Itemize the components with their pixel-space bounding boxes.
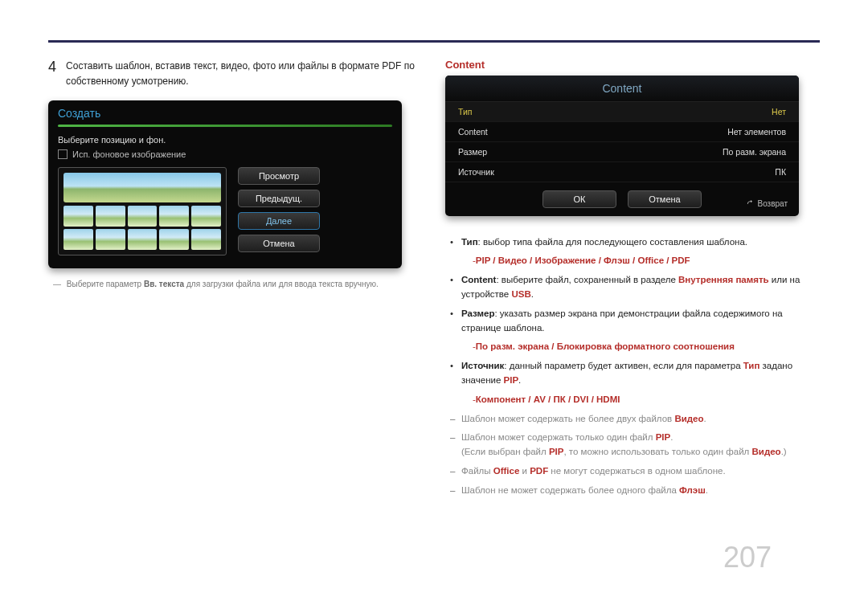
list-sub: PIP / Видео / Изображение / Флэш / Offic… [450, 254, 820, 268]
checkbox-box-icon [58, 149, 68, 159]
content-dialog: Content Тип Нет Content Нет элементов Ра… [445, 76, 799, 216]
list-note: Шаблон может содержать не более двух фай… [450, 412, 817, 427]
footnote-post: для загрузки файла или для ввода текста … [184, 280, 379, 288]
menu-value: По разм. экрана [723, 147, 786, 157]
list-item: Content: выберите файл, сохраненный в ра… [450, 273, 820, 302]
content-heading: Content [445, 59, 820, 71]
preview-thumb[interactable] [159, 206, 189, 227]
footnote-pre: Выберите параметр [67, 280, 144, 288]
list-item: Тип: выбор типа файла для последующего с… [450, 235, 820, 250]
footnote: ― Выберите параметр Вв. текста для загру… [53, 280, 423, 288]
right-column: Content Content Тип Нет Content Нет элем… [445, 59, 820, 507]
panel-title: Создать [48, 100, 402, 125]
ok-button[interactable]: ОК [542, 190, 616, 208]
list-note: Шаблон может содержать только один файл … [450, 431, 817, 460]
page-top-rule [48, 40, 820, 43]
menu-value: ПК [775, 167, 786, 177]
menu-label: Content [458, 127, 488, 137]
next-button[interactable]: Далее [238, 212, 320, 230]
step-text: Составить шаблон, вставив текст, видео, … [66, 59, 423, 89]
list-sub: Компонент / AV / ПК / DVI / HDMI [450, 393, 820, 407]
preview-thumb[interactable] [191, 206, 221, 227]
menu-label: Тип [458, 107, 473, 116]
checkbox-label: Исп. фоновое изображение [72, 149, 186, 159]
step-4: 4 Составить шаблон, вставив текст, видео… [48, 59, 423, 89]
list-sub: По разм. экрана / Блокировка форматного … [450, 340, 820, 354]
menu-label: Источник [458, 167, 494, 177]
preview-thumb[interactable] [63, 206, 93, 227]
menu-row-size[interactable]: Размер По разм. экрана [445, 142, 799, 162]
step-number: 4 [48, 59, 58, 89]
use-bg-image-checkbox[interactable]: Исп. фоновое изображение [58, 149, 392, 159]
menu-value: Нет [772, 107, 786, 116]
preview-large-thumb[interactable] [63, 173, 221, 202]
footnote-bold: Вв. текста [144, 280, 184, 288]
page-number: 207 [723, 541, 772, 574]
menu-row-type[interactable]: Тип Нет [445, 102, 799, 122]
menu-value: Нет элементов [727, 127, 786, 137]
cancel-button[interactable]: Отмена [238, 235, 320, 252]
return-text: Возврат [758, 199, 788, 208]
list-note: Файлы Office и PDF не могут содержаться … [450, 464, 817, 479]
prev-button[interactable]: Предыдущ. [238, 190, 320, 207]
preview-thumb[interactable] [96, 229, 125, 250]
menu-label: Размер [458, 147, 487, 157]
preview-thumb[interactable] [63, 229, 93, 250]
list-item: Источник: данный параметр будет активен,… [450, 359, 820, 388]
preview-thumb[interactable] [159, 229, 189, 250]
cancel-button[interactable]: Отмена [628, 190, 702, 208]
create-template-panel: Создать Выберите позицию и фон. Исп. фон… [48, 100, 402, 268]
left-column: 4 Составить шаблон, вставив текст, видео… [48, 59, 423, 507]
content-explanation-list: Тип: выбор типа файла для последующего с… [445, 226, 820, 498]
preview-thumb[interactable] [128, 229, 158, 250]
menu-row-source[interactable]: Источник ПК [445, 162, 799, 182]
view-button[interactable]: Просмотр [238, 167, 320, 185]
menu-row-content[interactable]: Content Нет элементов [445, 122, 799, 142]
panel-subtitle: Выберите позицию и фон. [58, 135, 392, 145]
return-icon [747, 200, 755, 208]
preview-thumb[interactable] [191, 229, 221, 250]
list-item: Размер: указать размер экрана при демонс… [450, 307, 820, 336]
preview-thumb[interactable] [96, 206, 125, 227]
preview-thumb[interactable] [128, 206, 158, 227]
return-label[interactable]: Возврат [747, 199, 788, 208]
dialog-title: Content [445, 76, 799, 102]
background-preview [58, 167, 227, 255]
list-note: Шаблон не может содержать более одного ф… [450, 484, 817, 498]
